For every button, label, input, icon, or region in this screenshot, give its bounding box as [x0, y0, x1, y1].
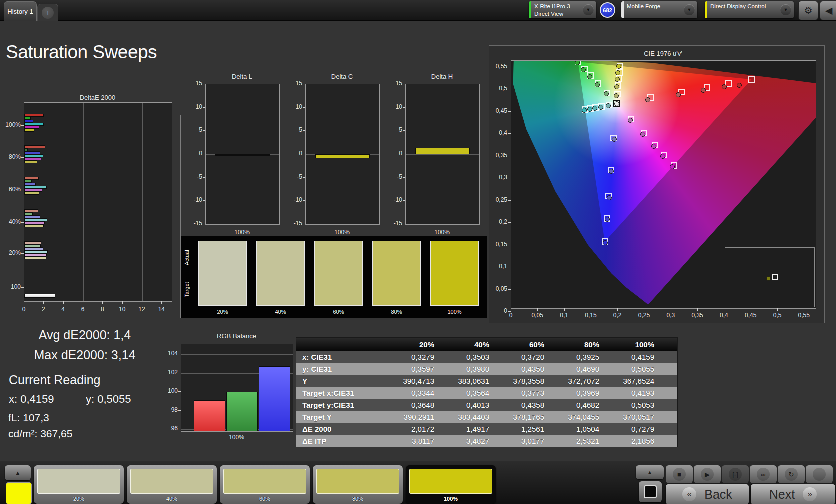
table-cell-value: 2,0172	[386, 425, 441, 433]
rgb-y-label: 102	[164, 369, 178, 376]
table-cell-value: 0,4350	[496, 365, 551, 373]
collapse-panel-button[interactable]: ◀	[820, 1, 836, 20]
tick	[21, 287, 24, 288]
table-cell-value: 0,3969	[551, 389, 606, 397]
swatch-60%	[314, 241, 363, 306]
patch-button-80%[interactable]: 80%	[313, 465, 403, 504]
chevron-down-icon: ▼	[684, 4, 695, 15]
delta-y-label: 15	[388, 80, 402, 87]
table-row-label: ΔE ITP	[296, 437, 386, 445]
measurement-count-badge[interactable]: 682	[600, 2, 615, 18]
patch-button-20%[interactable]: 20%	[34, 465, 124, 504]
stop-measure-button[interactable]	[639, 481, 662, 502]
target-row-label: Target	[184, 274, 190, 305]
tick	[724, 308, 724, 311]
stop-button[interactable]: ■	[666, 465, 693, 483]
swatch-list-up-button[interactable]: ▲	[5, 465, 31, 480]
patch-button-40%[interactable]: 40%	[127, 465, 217, 504]
gridline	[206, 108, 279, 108]
infinity-button[interactable]: ∞	[750, 465, 777, 483]
cie-y-label: 0,45	[489, 107, 507, 114]
delta-y-label: 15	[188, 80, 202, 87]
cie-measured-blue	[612, 137, 617, 142]
tick	[403, 84, 405, 84]
patch-button-100%[interactable]: 100%	[406, 465, 496, 504]
back-button[interactable]: « Back	[666, 484, 749, 504]
play-button[interactable]: ▶	[694, 465, 721, 483]
delta-y-label: -10	[388, 196, 402, 203]
cie-x-label: 0	[502, 312, 520, 319]
tick	[403, 224, 405, 224]
gridline	[64, 103, 64, 301]
add-tab-button[interactable]: +	[37, 4, 58, 21]
workflow-dropdown[interactable]: Direct Display Control ▼	[705, 1, 794, 18]
actual-target-swatch-strip: ActualTarget20%40%60%80%100%	[181, 236, 487, 318]
table-cell-value: 1,0504	[551, 425, 606, 433]
patch-color-fill	[130, 469, 213, 494]
meter-name: X-Rite i1Pro 3	[534, 3, 580, 10]
patch-button-60%[interactable]: 60%	[220, 465, 310, 504]
refresh-button[interactable]: ↻	[778, 465, 805, 483]
table-cell-value: 0,4159	[606, 353, 661, 361]
table-cell-value: 390,2911	[386, 413, 441, 421]
table-header-cell: 20%	[386, 340, 441, 349]
actual-row-label: Actual	[184, 242, 190, 273]
deltae2000-y-label: 80%	[0, 153, 21, 160]
measurements-table: 20%40%60%80%100%x: CIE310,32790,35030,37…	[296, 338, 677, 447]
cie-measured-green	[595, 82, 600, 87]
collapse-left-icon: ◀	[825, 5, 833, 16]
table-row: Target y:CIE310,36480,40130,43580,46820,…	[296, 399, 677, 411]
patch-label: 20%	[34, 496, 124, 502]
table-row: Target Y390,2911383,4403378,1765374,0455…	[296, 411, 677, 423]
tick	[511, 308, 511, 311]
cie-measured-yellow	[614, 93, 619, 98]
table-cell-value: 0,3980	[441, 365, 496, 373]
meter-dropdown[interactable]: X-Rite i1Pro 3 Direct View ▼	[529, 1, 596, 18]
tick	[508, 267, 511, 267]
stop-square-icon	[644, 485, 657, 498]
page-title: Saturation Sweeps	[6, 42, 157, 63]
cie-measured-red	[645, 97, 650, 102]
patch-color-fill	[316, 469, 399, 494]
up-arrow-icon: ▲	[15, 470, 21, 476]
tick	[777, 308, 778, 311]
loop-section-icon: [-]	[729, 468, 742, 481]
settings-button[interactable]: ⚙	[798, 1, 818, 20]
table-cell-value: 374,0455	[551, 413, 606, 421]
gear-icon: ⚙	[804, 5, 812, 16]
rgb-y-label: 98	[164, 406, 178, 413]
delta-chart-l	[205, 84, 280, 225]
transport-up-button[interactable]: ▲	[636, 465, 664, 479]
current-color-swatch[interactable]	[6, 482, 32, 504]
tick	[617, 308, 618, 311]
swatch-100%	[430, 241, 479, 306]
meter-mode: Direct View	[534, 10, 580, 18]
source-dropdown[interactable]: Mobile Forge ▼	[621, 1, 697, 18]
table-cell-value: 0,4682	[551, 401, 606, 409]
tick	[303, 154, 305, 154]
cie-x-label: 0,05	[528, 312, 546, 319]
loop-section-button[interactable]: [-]	[722, 465, 749, 483]
tick	[178, 354, 181, 354]
table-header-cell: 80%	[551, 340, 606, 349]
tick	[203, 154, 205, 154]
rgb-bar-green	[226, 392, 258, 431]
table-row-label: Target Y	[296, 413, 386, 421]
table-header-cell: 100%	[606, 340, 661, 349]
table-row: Target x:CIE310,33440,35640,37730,39690,…	[296, 387, 677, 399]
tick	[63, 301, 64, 304]
current-reading-x: x: 0,4159	[9, 393, 54, 406]
next-button[interactable]: Next »	[751, 484, 835, 504]
deltae2000-chart-title: DeltaE 2000	[24, 94, 171, 101]
gridline	[142, 103, 143, 301]
blank-button[interactable]	[806, 465, 833, 483]
next-chevron-icon: »	[803, 487, 817, 501]
deltae2000-x-label: 2	[38, 306, 48, 313]
tick	[403, 107, 405, 108]
tick	[21, 190, 24, 190]
gridline	[206, 201, 279, 201]
gridline	[406, 178, 479, 178]
delta-chart-title: Delta C	[305, 73, 379, 80]
tab-history-1[interactable]: History 1	[4, 1, 37, 21]
table-cell-value: 0,3503	[441, 353, 496, 361]
